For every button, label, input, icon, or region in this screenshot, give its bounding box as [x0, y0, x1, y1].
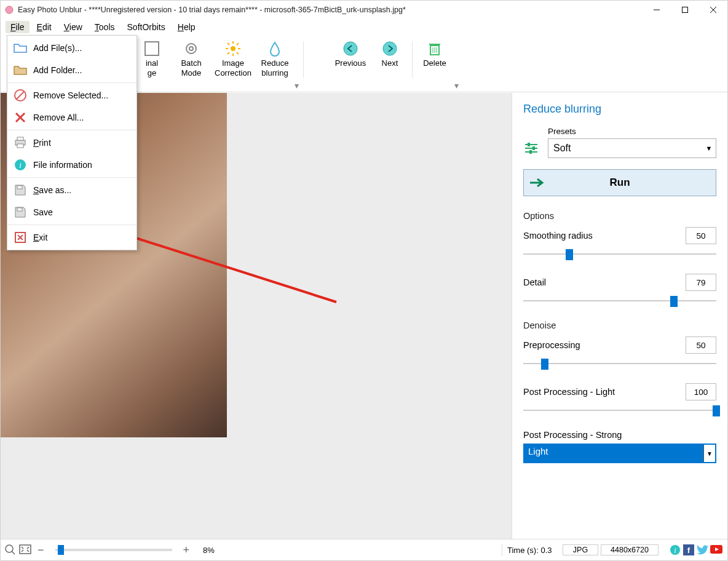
status-format: JPG — [563, 544, 598, 555]
options-label: Options — [523, 211, 716, 221]
param-smoothing: Smoothing radius — [523, 227, 716, 260]
info-icon: i — [14, 158, 27, 172]
window-title: Easy Photo Unblur - ****Unregistered ver… — [18, 6, 643, 14]
zoom-out-icon[interactable]: − — [35, 544, 47, 557]
youtube-icon[interactable] — [710, 544, 721, 555]
smoothing-label: Smoothing radius — [523, 231, 593, 241]
svg-text:i: i — [674, 546, 676, 555]
poststrong-label: Post Processing - Strong — [523, 430, 622, 440]
zoom-value: 8% — [203, 546, 215, 555]
preprocessing-label: Preprocessing — [523, 340, 580, 350]
svg-rect-40 — [17, 208, 22, 211]
zoom-actual-icon[interactable] — [4, 544, 15, 557]
svg-rect-29 — [529, 150, 532, 154]
folder-open-icon — [14, 41, 27, 55]
twitter-icon[interactable] — [697, 544, 708, 555]
menubar: File Edit View Tools SoftOrbits Help — [1, 19, 727, 35]
svg-rect-2 — [682, 7, 688, 13]
svg-text:i: i — [19, 161, 22, 170]
brightness-icon — [224, 40, 242, 57]
zoom-slider[interactable] — [55, 549, 172, 551]
menu-edit[interactable]: Edit — [32, 21, 57, 33]
svg-point-7 — [189, 47, 193, 50]
run-button[interactable]: Run — [523, 169, 716, 196]
presets-label: Presets — [548, 127, 716, 136]
app-icon — [4, 5, 14, 15]
menu-save-as[interactable]: Save as... — [7, 179, 136, 201]
save-icon — [14, 205, 27, 219]
postlight-label: Post Processing - Light — [523, 387, 615, 397]
status-dimensions: 4480x6720 — [601, 544, 659, 555]
svg-line-31 — [17, 92, 24, 99]
param-detail: Detail — [523, 274, 716, 307]
toolbar-reduce-blurring[interactable]: Reduceblurring — [255, 38, 295, 79]
toolbar-original-image[interactable]: inalge — [132, 38, 172, 79]
param-preprocessing: Preprocessing — [523, 336, 716, 370]
menu-remove-all[interactable]: Remove All... — [7, 106, 136, 129]
panel-title: Reduce blurring — [523, 103, 716, 116]
presets-value: Soft — [548, 143, 702, 154]
zoom-in-icon[interactable]: + — [181, 544, 192, 557]
menu-help[interactable]: Help — [173, 21, 200, 33]
window-controls — [643, 1, 727, 19]
detail-input[interactable] — [686, 274, 716, 291]
fit-window-icon[interactable] — [19, 544, 31, 556]
trash-icon — [426, 40, 443, 57]
maximize-button[interactable] — [671, 1, 699, 19]
toolbar-image-correction[interactable]: ImageCorrection — [211, 38, 255, 79]
svg-rect-28 — [532, 146, 535, 150]
menu-print[interactable]: Print — [7, 132, 136, 154]
smoothing-slider[interactable] — [523, 248, 716, 260]
folder-icon — [14, 63, 27, 77]
menu-file-info[interactable]: i File information — [7, 154, 136, 176]
svg-point-18 — [383, 42, 397, 55]
presets-combo[interactable]: Soft ▼ — [548, 138, 716, 158]
minimize-button[interactable] — [643, 1, 671, 19]
toolbar-group-expand-icon[interactable]: ▾ — [295, 81, 301, 92]
toolbar-next[interactable]: Next — [370, 38, 410, 70]
sliders-icon — [523, 140, 539, 158]
toolbar-previous[interactable]: Previous — [331, 38, 370, 70]
postlight-input[interactable] — [686, 383, 716, 400]
param-postlight: Post Processing - Light — [523, 383, 716, 416]
menu-add-files[interactable]: Add File(s)... — [7, 37, 136, 59]
smoothing-input[interactable] — [686, 227, 716, 244]
chevron-down-icon: ▼ — [702, 145, 716, 152]
detail-slider[interactable] — [523, 295, 716, 307]
detail-label: Detail — [523, 277, 546, 287]
menu-file[interactable]: File — [6, 21, 30, 33]
svg-point-17 — [344, 42, 357, 55]
svg-line-16 — [228, 52, 229, 54]
toolbar-batch-mode[interactable]: BatchMode — [172, 38, 211, 79]
toolbar-delete[interactable]: Delete — [415, 38, 454, 70]
menu-remove-selected[interactable]: Remove Selected... — [7, 84, 136, 106]
svg-line-47 — [12, 551, 15, 554]
menu-add-folder[interactable]: Add Folder... — [7, 59, 136, 81]
preprocessing-slider[interactable] — [523, 357, 716, 370]
info-icon[interactable]: i — [670, 544, 681, 555]
svg-point-6 — [186, 44, 196, 54]
menu-save[interactable]: Save — [7, 201, 136, 223]
svg-line-13 — [228, 43, 229, 45]
svg-line-15 — [237, 43, 239, 45]
reduce-blurring-panel: Reduce blurring Presets Soft ▼ Run Optio… — [512, 93, 727, 539]
drop-icon — [266, 40, 283, 57]
menu-tools[interactable]: Tools — [90, 21, 120, 33]
close-button[interactable] — [699, 1, 727, 19]
status-time: Time (s): 0.3 — [507, 546, 563, 555]
menu-exit[interactable]: Exit — [7, 226, 136, 249]
facebook-icon[interactable]: f — [683, 544, 694, 555]
toolbar-group-expand-icon[interactable]: ▾ — [454, 81, 461, 92]
menu-softorbits[interactable]: SoftOrbits — [122, 21, 170, 33]
poststrong-combo[interactable]: Light ▼ — [523, 444, 716, 463]
param-poststrong: Post Processing - Strong Light ▼ — [523, 430, 716, 463]
svg-text:f: f — [687, 546, 690, 555]
remove-all-icon — [14, 111, 27, 124]
postlight-slider[interactable] — [523, 404, 716, 416]
svg-line-14 — [237, 52, 239, 54]
menu-view[interactable]: View — [59, 21, 87, 33]
svg-rect-39 — [17, 186, 22, 189]
preprocessing-input[interactable] — [686, 336, 716, 354]
svg-point-0 — [6, 6, 13, 14]
titlebar: Easy Photo Unblur - ****Unregistered ver… — [1, 1, 727, 19]
